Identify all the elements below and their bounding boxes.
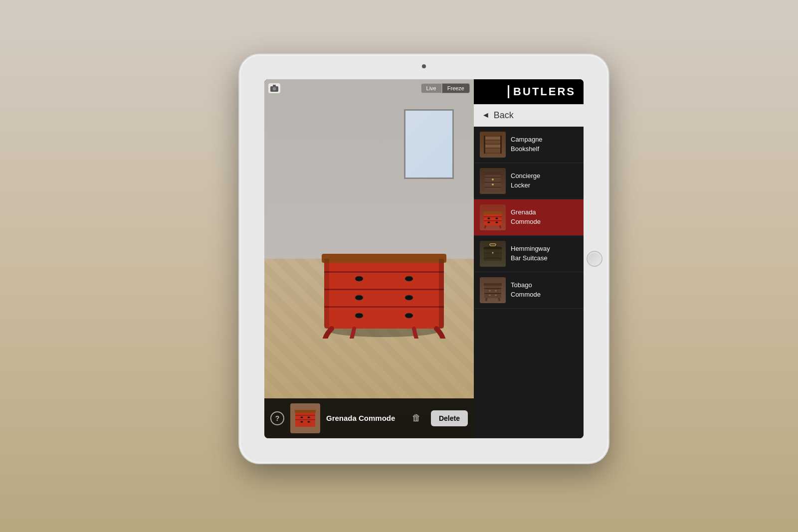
svg-rect-39 — [484, 213, 502, 225]
selected-item-name: Grenada Commode — [326, 414, 406, 422]
svg-rect-58 — [484, 288, 501, 289]
furniture-name-hemmingway: HemmingwayBar Suitcase — [511, 244, 550, 262]
svg-rect-40 — [483, 211, 502, 214]
svg-rect-4 — [324, 289, 444, 290]
svg-point-22 — [308, 416, 310, 418]
svg-rect-42 — [484, 220, 502, 221]
trash-icon[interactable]: 🗑 — [412, 413, 421, 423]
svg-rect-19 — [295, 415, 315, 416]
svg-point-7 — [405, 276, 413, 281]
svg-point-44 — [496, 217, 498, 219]
back-button[interactable]: ◄ Back — [474, 104, 584, 127]
ar-furniture — [314, 229, 454, 339]
svg-point-38 — [492, 183, 494, 185]
butlers-logo: BUTLERS — [508, 85, 576, 98]
furniture-name-campagne: CampagneBookshelf — [511, 135, 543, 153]
svg-rect-33 — [485, 172, 501, 175]
svg-rect-20 — [295, 419, 315, 420]
svg-rect-13 — [439, 259, 444, 329]
furniture-name-locker: ConciergeLocker — [511, 172, 540, 189]
furniture-item-concierge-locker[interactable]: ConciergeLocker — [474, 163, 584, 199]
back-label: Back — [494, 110, 514, 121]
svg-rect-35 — [485, 182, 501, 182]
svg-point-9 — [405, 295, 413, 300]
svg-rect-28 — [485, 145, 501, 148]
svg-rect-2 — [322, 254, 446, 263]
svg-rect-29 — [485, 149, 501, 153]
svg-rect-12 — [324, 259, 329, 329]
freeze-button[interactable]: Freeze — [442, 83, 470, 93]
ipad-home-button[interactable] — [587, 251, 602, 267]
svg-line-48 — [500, 225, 501, 228]
svg-line-65 — [499, 298, 500, 301]
back-arrow-icon: ◄ — [482, 111, 490, 120]
ar-view: Live Freeze ? — [264, 79, 474, 438]
svg-rect-59 — [484, 293, 501, 294]
furniture-item-grenada-commode[interactable]: GrenadaCommode — [474, 199, 584, 236]
svg-rect-57 — [484, 283, 502, 286]
help-icon[interactable]: ? — [270, 411, 284, 425]
svg-rect-34 — [485, 177, 501, 177]
svg-point-46 — [496, 221, 498, 223]
svg-rect-56 — [484, 284, 501, 298]
furniture-list: CampagneBookshelf — [474, 127, 584, 438]
butlers-header: BUTLERS — [474, 79, 584, 104]
svg-point-11 — [405, 313, 413, 318]
svg-rect-26 — [485, 137, 501, 140]
right-panel: BUTLERS ◄ Back — [474, 79, 584, 438]
ipad-screen: Live Freeze ? — [264, 79, 584, 438]
svg-line-64 — [486, 298, 487, 301]
furniture-name-grenada-commode: GrenadaCommode — [511, 208, 541, 226]
svg-rect-1 — [324, 259, 444, 329]
svg-point-60 — [489, 290, 491, 291]
svg-rect-30 — [484, 136, 485, 154]
svg-point-43 — [488, 217, 490, 219]
ipad-camera — [422, 64, 426, 68]
svg-line-47 — [485, 225, 486, 228]
svg-rect-3 — [324, 271, 444, 273]
camera-icon — [268, 83, 280, 93]
furniture-item-hemmingway-bar-suitcase[interactable]: HemmingwayBar Suitcase — [474, 236, 584, 272]
svg-rect-18 — [295, 410, 316, 413]
ar-bottombar: ? Grenada Commode 🗑 Delete — [264, 398, 474, 438]
svg-rect-36 — [485, 187, 501, 187]
furniture-item-campagne-bookshelf[interactable]: CampagneBookshelf — [474, 127, 584, 163]
furniture-thumb-campagne — [480, 132, 506, 158]
svg-point-23 — [301, 421, 303, 422]
ipad-device: Live Freeze ? — [239, 54, 608, 463]
svg-point-24 — [308, 421, 310, 422]
svg-point-55 — [492, 252, 494, 253]
furniture-name-tobago: TobagoCommode — [511, 281, 541, 299]
svg-point-8 — [355, 295, 363, 300]
selected-item-thumbnail — [290, 403, 320, 433]
svg-point-63 — [495, 294, 497, 296]
svg-point-45 — [488, 221, 490, 223]
svg-rect-16 — [273, 85, 276, 86]
furniture-thumb-locker — [480, 168, 506, 194]
furniture-thumb-suitcase — [480, 241, 506, 267]
ar-topbar: Live Freeze — [268, 83, 474, 93]
furniture-thumb-tobago — [480, 277, 506, 303]
delete-button[interactable]: Delete — [431, 410, 468, 426]
svg-rect-52 — [484, 258, 502, 258]
svg-point-10 — [355, 313, 363, 318]
svg-rect-41 — [484, 216, 502, 217]
ar-window — [404, 109, 454, 179]
svg-point-15 — [273, 87, 276, 90]
svg-point-6 — [355, 276, 363, 281]
svg-rect-5 — [324, 306, 444, 308]
svg-point-21 — [301, 416, 303, 418]
live-button[interactable]: Live — [421, 83, 442, 93]
furniture-item-tobago-commode[interactable]: TobagoCommode — [474, 272, 584, 309]
svg-rect-31 — [500, 136, 502, 154]
furniture-thumb-commode — [480, 204, 506, 230]
live-freeze-toggle: Live Freeze — [421, 83, 470, 93]
svg-rect-27 — [485, 141, 501, 144]
svg-point-37 — [492, 178, 494, 180]
svg-point-62 — [489, 294, 491, 296]
svg-point-61 — [495, 290, 497, 291]
